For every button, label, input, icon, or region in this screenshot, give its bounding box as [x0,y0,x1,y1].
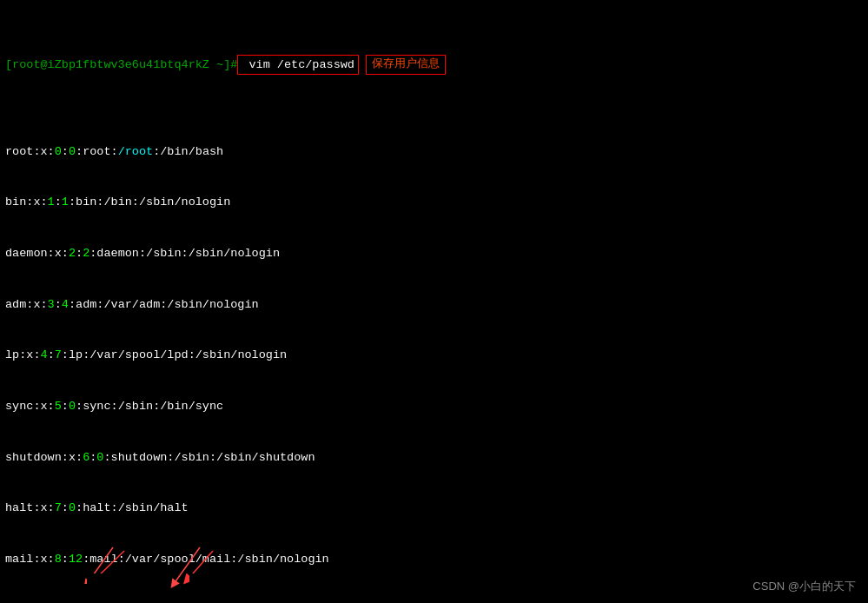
save-annotation: 保存用户信息 [366,55,446,75]
prompt-bracket-left: [root@iZbp1fbtwv3e6u41btq4rkZ ~]# [5,56,237,74]
passwd-line-shutdown: shutdown:x:6:0:shutdown:/sbin:/sbin/shut… [5,449,863,467]
passwd-line-root: root:x:0:0:root:/root:/bin/bash [5,143,863,161]
passwd-line-lp: lp:x:4:7:lp:/var/spool/lpd:/sbin/nologin [5,347,863,364]
vim-command: vim /etc/passwd [237,55,359,76]
passwd-line-sync: sync:x:5:0:sync:/sbin:/bin/sync [5,398,863,415]
arrows-svg [0,547,330,591]
passwd-line-daemon: daemon:x:2:2:daemon:/sbin:/sbin/nologin [5,245,863,262]
passwd-line-halt: halt:x:7:0:halt:/sbin/halt [5,500,863,517]
userid-label-text: 用户id [87,573,121,589]
bottom-annotation-row: 用户id 组id [0,547,868,591]
passwd-line-adm: adm:x:3:4:adm:/var/adm:/sbin/nologin [5,296,863,314]
passwd-line-bin: bin:x:1:1:bin:/bin:/sbin/nologin [5,194,863,211]
csdn-watermark: CSDN @小白的天下 [752,579,856,594]
prompt-line: [root@iZbp1fbtwv3e6u41btq4rkZ ~]# vim /e… [5,55,863,76]
groupid-label-text: 组id [189,573,211,589]
